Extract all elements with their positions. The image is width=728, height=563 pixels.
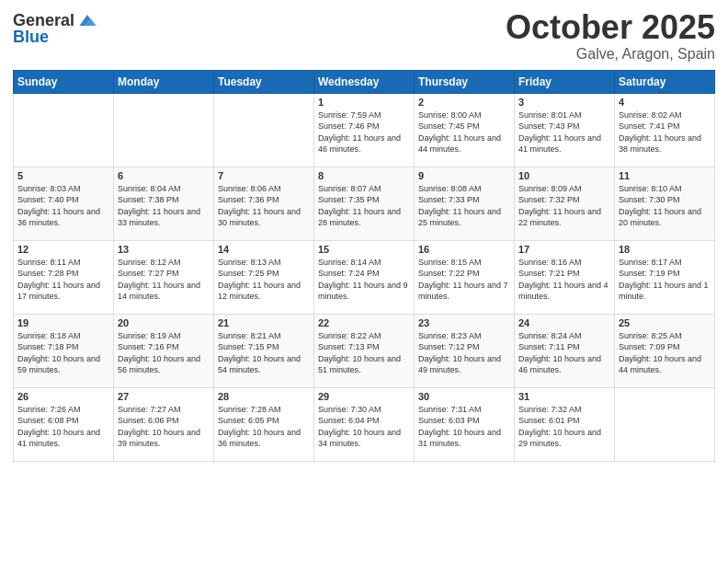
- calendar-cell: 2Sunrise: 8:00 AM Sunset: 7:45 PM Daylig…: [415, 93, 515, 167]
- day-info: Sunrise: 8:18 AM Sunset: 7:18 PM Dayligh…: [17, 330, 109, 376]
- header: General Blue October 2025 Galve, Aragon,…: [13, 9, 715, 63]
- day-number: 12: [17, 244, 109, 255]
- day-info: Sunrise: 7:32 AM Sunset: 6:01 PM Dayligh…: [518, 404, 610, 450]
- day-number: 14: [218, 244, 310, 255]
- day-number: 30: [418, 391, 510, 402]
- day-info: Sunrise: 7:30 AM Sunset: 6:04 PM Dayligh…: [318, 404, 410, 450]
- calendar-week-row: 19Sunrise: 8:18 AM Sunset: 7:18 PM Dayli…: [14, 314, 715, 387]
- day-info: Sunrise: 7:28 AM Sunset: 6:05 PM Dayligh…: [218, 404, 310, 450]
- day-number: 20: [118, 317, 210, 328]
- day-info: Sunrise: 8:02 AM Sunset: 7:41 PM Dayligh…: [619, 109, 711, 155]
- calendar-cell: 1Sunrise: 7:59 AM Sunset: 7:46 PM Daylig…: [314, 93, 415, 167]
- calendar-cell: 26Sunrise: 7:26 AM Sunset: 6:08 PM Dayli…: [14, 387, 114, 461]
- day-info: Sunrise: 8:07 AM Sunset: 7:35 PM Dayligh…: [318, 183, 410, 229]
- calendar-cell: 29Sunrise: 7:30 AM Sunset: 6:04 PM Dayli…: [314, 387, 415, 461]
- day-number: 25: [619, 317, 711, 328]
- calendar-cell: 12Sunrise: 8:11 AM Sunset: 7:28 PM Dayli…: [14, 240, 114, 314]
- weekday-header-row: SundayMondayTuesdayWednesdayThursdayFrid…: [14, 70, 715, 93]
- day-number: 24: [518, 317, 610, 328]
- calendar-cell: 21Sunrise: 8:21 AM Sunset: 7:15 PM Dayli…: [214, 314, 314, 387]
- day-info: Sunrise: 8:09 AM Sunset: 7:32 PM Dayligh…: [518, 183, 610, 229]
- day-number: 15: [318, 244, 410, 255]
- calendar-cell: 17Sunrise: 8:16 AM Sunset: 7:21 PM Dayli…: [515, 240, 615, 314]
- day-number: 17: [518, 244, 610, 255]
- day-number: 1: [318, 97, 410, 108]
- day-info: Sunrise: 8:25 AM Sunset: 7:09 PM Dayligh…: [619, 330, 711, 376]
- day-info: Sunrise: 8:21 AM Sunset: 7:15 PM Dayligh…: [218, 330, 310, 376]
- calendar-cell: 23Sunrise: 8:23 AM Sunset: 7:12 PM Dayli…: [415, 314, 515, 387]
- day-number: 21: [218, 317, 310, 328]
- day-info: Sunrise: 8:13 AM Sunset: 7:25 PM Dayligh…: [218, 257, 310, 303]
- weekday-header-monday: Monday: [114, 70, 214, 93]
- day-info: Sunrise: 8:00 AM Sunset: 7:45 PM Dayligh…: [418, 109, 510, 155]
- day-info: Sunrise: 7:31 AM Sunset: 6:03 PM Dayligh…: [418, 404, 510, 450]
- calendar-cell: 10Sunrise: 8:09 AM Sunset: 7:32 PM Dayli…: [515, 167, 615, 240]
- day-number: 10: [518, 170, 610, 181]
- day-number: 3: [518, 97, 610, 108]
- calendar-cell: 15Sunrise: 8:14 AM Sunset: 7:24 PM Dayli…: [314, 240, 415, 314]
- day-info: Sunrise: 8:15 AM Sunset: 7:22 PM Dayligh…: [418, 257, 510, 303]
- day-number: 29: [318, 391, 410, 402]
- day-info: Sunrise: 8:04 AM Sunset: 7:38 PM Dayligh…: [118, 183, 210, 229]
- title-block: October 2025 Galve, Aragon, Spain: [506, 9, 715, 63]
- calendar-cell: 25Sunrise: 8:25 AM Sunset: 7:09 PM Dayli…: [615, 314, 715, 387]
- day-number: 4: [619, 97, 711, 108]
- logo-icon: [76, 9, 98, 31]
- day-number: 2: [418, 97, 510, 108]
- calendar-week-row: 12Sunrise: 8:11 AM Sunset: 7:28 PM Dayli…: [14, 240, 715, 314]
- day-info: Sunrise: 8:06 AM Sunset: 7:36 PM Dayligh…: [218, 183, 310, 229]
- calendar-cell: 8Sunrise: 8:07 AM Sunset: 7:35 PM Daylig…: [314, 167, 415, 240]
- day-number: 26: [17, 391, 109, 402]
- calendar-cell: [114, 93, 214, 167]
- calendar-cell: 5Sunrise: 8:03 AM Sunset: 7:40 PM Daylig…: [14, 167, 114, 240]
- day-info: Sunrise: 8:24 AM Sunset: 7:11 PM Dayligh…: [518, 330, 610, 376]
- day-info: Sunrise: 7:59 AM Sunset: 7:46 PM Dayligh…: [318, 109, 410, 155]
- day-number: 16: [418, 244, 510, 255]
- calendar-cell: 13Sunrise: 8:12 AM Sunset: 7:27 PM Dayli…: [114, 240, 214, 314]
- weekday-header-sunday: Sunday: [14, 70, 114, 93]
- page: General Blue October 2025 Galve, Aragon,…: [0, 0, 728, 563]
- day-number: 7: [218, 170, 310, 181]
- day-info: Sunrise: 8:19 AM Sunset: 7:16 PM Dayligh…: [118, 330, 210, 376]
- day-info: Sunrise: 7:26 AM Sunset: 6:08 PM Dayligh…: [17, 404, 109, 450]
- day-number: 23: [418, 317, 510, 328]
- calendar-table: SundayMondayTuesdayWednesdayThursdayFrid…: [13, 70, 715, 462]
- day-info: Sunrise: 8:08 AM Sunset: 7:33 PM Dayligh…: [418, 183, 510, 229]
- calendar-week-row: 26Sunrise: 7:26 AM Sunset: 6:08 PM Dayli…: [14, 387, 715, 461]
- day-number: 22: [318, 317, 410, 328]
- weekday-header-saturday: Saturday: [615, 70, 715, 93]
- day-info: Sunrise: 8:12 AM Sunset: 7:27 PM Dayligh…: [118, 257, 210, 303]
- location-title: Galve, Aragon, Spain: [506, 46, 715, 63]
- calendar-cell: 18Sunrise: 8:17 AM Sunset: 7:19 PM Dayli…: [615, 240, 715, 314]
- day-info: Sunrise: 8:23 AM Sunset: 7:12 PM Dayligh…: [418, 330, 510, 376]
- day-number: 31: [518, 391, 610, 402]
- calendar-cell: 4Sunrise: 8:02 AM Sunset: 7:41 PM Daylig…: [615, 93, 715, 167]
- calendar-cell: 24Sunrise: 8:24 AM Sunset: 7:11 PM Dayli…: [515, 314, 615, 387]
- day-info: Sunrise: 7:27 AM Sunset: 6:06 PM Dayligh…: [118, 404, 210, 450]
- calendar-cell: [615, 387, 715, 461]
- calendar-cell: [14, 93, 114, 167]
- calendar-cell: 22Sunrise: 8:22 AM Sunset: 7:13 PM Dayli…: [314, 314, 415, 387]
- day-number: 11: [619, 170, 711, 181]
- day-info: Sunrise: 8:11 AM Sunset: 7:28 PM Dayligh…: [17, 257, 109, 303]
- logo: General Blue: [13, 9, 98, 47]
- weekday-header-tuesday: Tuesday: [214, 70, 314, 93]
- month-title: October 2025: [506, 9, 715, 46]
- day-number: 9: [418, 170, 510, 181]
- calendar-cell: 30Sunrise: 7:31 AM Sunset: 6:03 PM Dayli…: [415, 387, 515, 461]
- day-info: Sunrise: 8:17 AM Sunset: 7:19 PM Dayligh…: [619, 257, 711, 303]
- calendar-cell: [214, 93, 314, 167]
- day-number: 5: [17, 170, 109, 181]
- calendar-cell: 16Sunrise: 8:15 AM Sunset: 7:22 PM Dayli…: [415, 240, 515, 314]
- calendar-cell: 31Sunrise: 7:32 AM Sunset: 6:01 PM Dayli…: [515, 387, 615, 461]
- day-info: Sunrise: 8:14 AM Sunset: 7:24 PM Dayligh…: [318, 257, 410, 303]
- calendar-cell: 7Sunrise: 8:06 AM Sunset: 7:36 PM Daylig…: [214, 167, 314, 240]
- calendar-cell: 11Sunrise: 8:10 AM Sunset: 7:30 PM Dayli…: [615, 167, 715, 240]
- weekday-header-wednesday: Wednesday: [314, 70, 415, 93]
- day-number: 8: [318, 170, 410, 181]
- calendar-cell: 14Sunrise: 8:13 AM Sunset: 7:25 PM Dayli…: [214, 240, 314, 314]
- day-number: 19: [17, 317, 109, 328]
- calendar-cell: 6Sunrise: 8:04 AM Sunset: 7:38 PM Daylig…: [114, 167, 214, 240]
- calendar-cell: 27Sunrise: 7:27 AM Sunset: 6:06 PM Dayli…: [114, 387, 214, 461]
- calendar-cell: 20Sunrise: 8:19 AM Sunset: 7:16 PM Dayli…: [114, 314, 214, 387]
